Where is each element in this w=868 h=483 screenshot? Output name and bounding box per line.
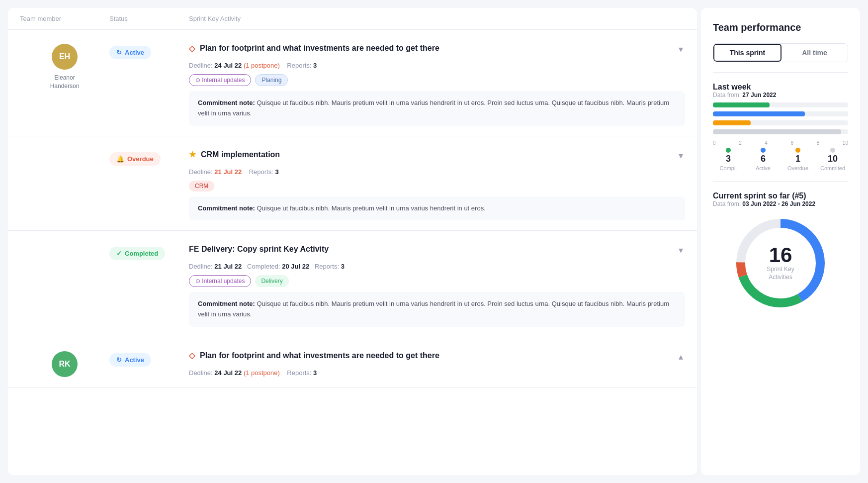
status-badge: 🔔 Overdue [109, 152, 161, 166]
last-week-section: Last week Data from: 27 Jun 2022 0 2 4 6 [713, 83, 848, 171]
tab-all-time[interactable]: All time [781, 44, 848, 62]
expand-button[interactable]: ▴ [677, 349, 685, 364]
legend-item-commited: 10 Commited [817, 148, 848, 171]
member-cell [20, 241, 109, 245]
bar-track [713, 129, 848, 134]
table-row: ✓ Completed FE Delivery: Copy sprint Key… [8, 231, 697, 337]
bar-fill-blue [713, 111, 805, 116]
activity-cell: ◇ Plan for footprint and what investment… [189, 40, 685, 126]
legend: 3 Compl. 6 Active 1 Overdue 10 Commited [713, 148, 848, 171]
col-status: Status [109, 15, 189, 22]
diamond-icon: ◇ [189, 351, 195, 360]
member-cell: EH EleanorHanderson [20, 40, 109, 91]
activity-header: ★ CRM implementation ▾ [189, 146, 685, 163]
divider [713, 72, 848, 73]
tab-this-sprint[interactable]: This sprint [713, 44, 781, 62]
commitment-text: Commitment note: Quisque ut faucibus nib… [198, 98, 676, 119]
donut-chart-wrap: 16 Sprint KeyActivities [713, 213, 848, 313]
donut-sub-label: Sprint KeyActivities [767, 266, 794, 281]
expand-button[interactable]: ▾ [677, 148, 685, 163]
legend-item-completed: 3 Compl. [713, 148, 744, 171]
refresh-icon: ↻ [116, 356, 122, 364]
member-cell [20, 146, 109, 150]
donut-label: 16 Sprint KeyActivities [767, 245, 794, 281]
bell-icon: 🔔 [116, 155, 124, 163]
star-icon: ★ [189, 150, 196, 159]
status-cell: ↻ Active [109, 40, 189, 59]
tags: CRM [189, 181, 685, 192]
tags: ⊙ Internal updates Delivery [189, 275, 685, 287]
tags: ⊙ Internal updates Planing [189, 74, 685, 86]
commitment-box: Commitment note: Quisque ut faucibus nib… [189, 91, 685, 126]
col-sprint-key: Sprint Key Activity [189, 15, 685, 22]
activity-title: ◇ Plan for footprint and what investment… [189, 44, 439, 53]
legend-item-active: 6 Active [748, 148, 779, 171]
activity-meta: Dedline: 21 Jul 22 Completed: 20 Jul 22 … [189, 263, 685, 270]
status-badge: ↻ Active [109, 353, 151, 367]
activity-header: ◇ Plan for footprint and what investment… [189, 40, 685, 57]
tag-delivery: Delivery [255, 275, 288, 287]
tab-group: This sprint All time [713, 43, 848, 62]
commitment-box: Commitment note: Quisque ut faucibus nib… [189, 292, 685, 327]
legend-dot-green [726, 148, 731, 153]
member-name: EleanorHanderson [50, 74, 80, 91]
activity-meta: Dedline: 24 Jul 22 (1 postpone) Reports:… [189, 62, 685, 69]
status-cell: 🔔 Overdue [109, 146, 189, 166]
activity-title: ◇ Plan for footprint and what investment… [189, 351, 439, 360]
legend-item-overdue: 1 Overdue [782, 148, 813, 171]
current-sprint-section: Current sprint so far (#5) Data from: 03… [713, 192, 848, 313]
status-badge: ↻ Active [109, 46, 151, 59]
bar-fill-orange [713, 120, 751, 125]
table-row: RK ↻ Active ◇ Plan for footprint and wha… [8, 337, 697, 387]
right-panel: Team performance This sprint All time La… [701, 8, 860, 475]
last-week-label: Last week [713, 83, 848, 92]
bar-chart: 0 2 4 6 8 10 [713, 102, 848, 146]
activity-header: FE Delivery: Copy sprint Key Activity ▾ [189, 241, 685, 258]
legend-dot-blue [761, 148, 766, 153]
status-cell: ✓ Completed [109, 241, 189, 260]
tag-internal-updates: ⊙ Internal updates [189, 74, 251, 86]
refresh-icon: ↻ [116, 49, 122, 56]
activity-title: ★ CRM implementation [189, 150, 280, 159]
bar-row [713, 129, 848, 134]
tag-crm: CRM [189, 181, 214, 192]
status-cell: ↻ Active [109, 347, 189, 367]
donut-chart: 16 Sprint KeyActivities [731, 213, 830, 313]
commitment-text: Commitment note: Quisque ut faucibus nib… [198, 203, 676, 214]
commitment-text: Commitment note: Quisque ut faucibus nib… [198, 299, 676, 320]
bar-track [713, 120, 848, 125]
panel-title: Team performance [713, 22, 848, 33]
bar-row [713, 120, 848, 125]
tag-internal-updates: ⊙ Internal updates [189, 275, 251, 287]
member-cell: RK [20, 347, 109, 377]
status-badge: ✓ Completed [109, 247, 165, 260]
bar-row [713, 111, 848, 116]
bar-track [713, 111, 848, 116]
diamond-icon: ◇ [189, 44, 195, 53]
commitment-box: Commitment note: Quisque ut faucibus nib… [189, 196, 685, 221]
avatar: RK [52, 351, 78, 377]
current-sprint-data-from: Data from: 03 Jun 2022 - 26 Jun 2022 [713, 200, 848, 207]
expand-button[interactable]: ▾ [677, 243, 685, 258]
activity-cell: ★ CRM implementation ▾ Dedline: 21 Jul 2… [189, 146, 685, 221]
divider [713, 181, 848, 182]
data-from-label: Data from: 27 Jun 2022 [713, 92, 848, 98]
bar-fill-gray [713, 129, 841, 134]
table-row: 🔔 Overdue ★ CRM implementation ▾ Dedline… [8, 136, 697, 231]
table-header: Team member Status Sprint Key Activity [8, 8, 697, 30]
activity-cell: FE Delivery: Copy sprint Key Activity ▾ … [189, 241, 685, 327]
avatar: EH [52, 44, 78, 70]
activity-title: FE Delivery: Copy sprint Key Activity [189, 245, 329, 254]
activity-meta: Dedline: 21 Jul 22 Reports: 3 [189, 168, 685, 176]
legend-dot-orange [795, 148, 800, 153]
bar-track [713, 102, 848, 107]
expand-button[interactable]: ▾ [677, 42, 685, 57]
activity-cell: ◇ Plan for footprint and what investment… [189, 347, 685, 377]
main-content: Team member Status Sprint Key Activity E… [8, 8, 697, 475]
current-sprint-label: Current sprint so far (#5) [713, 192, 848, 200]
activity-header: ◇ Plan for footprint and what investment… [189, 347, 685, 364]
check-icon: ✓ [116, 250, 122, 257]
legend-dot-gray [830, 148, 835, 153]
bar-row [713, 102, 848, 107]
bar-axis: 0 2 4 6 8 10 [713, 140, 848, 146]
